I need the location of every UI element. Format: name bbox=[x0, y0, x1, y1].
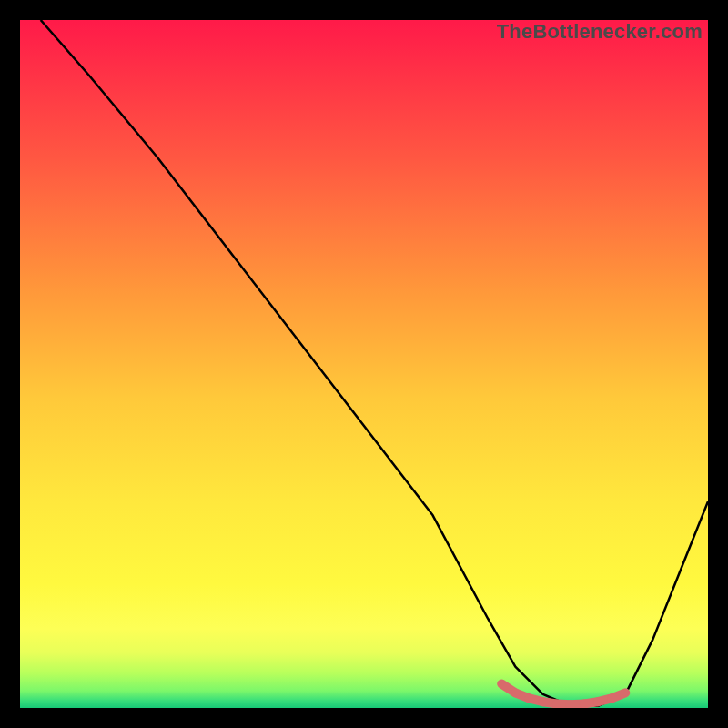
bottleneck-chart bbox=[20, 20, 708, 708]
watermark-text: TheBottlenecker.com bbox=[497, 20, 703, 44]
chart-frame: TheBottlenecker.com bbox=[20, 20, 708, 708]
valley-segment bbox=[612, 693, 625, 698]
gradient-background bbox=[20, 20, 708, 708]
